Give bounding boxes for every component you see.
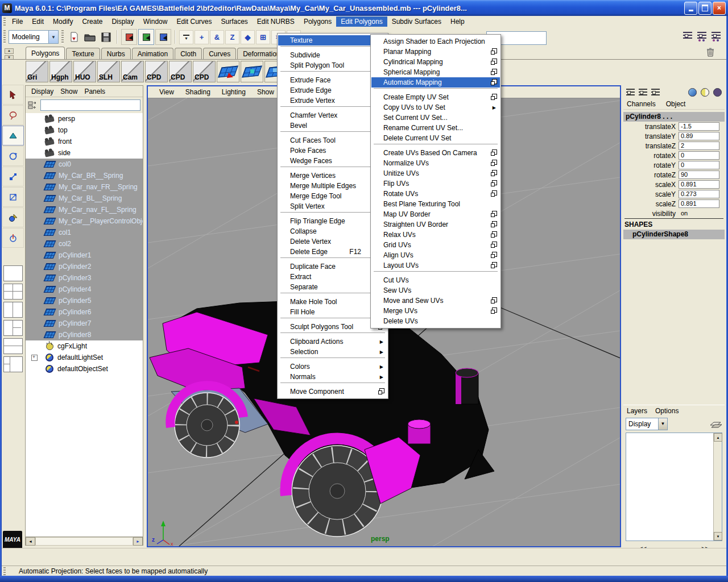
menubar-item[interactable]: Modify bbox=[48, 16, 77, 27]
shelf-script-button[interactable]: CPD bbox=[145, 61, 168, 82]
submenu-item[interactable]: Straighten UV Border bbox=[371, 219, 500, 230]
outliner-tree[interactable]: persp top front side bbox=[26, 113, 143, 537]
layout-two-pane-stacked-button[interactable] bbox=[3, 338, 23, 354]
shape-node-header[interactable]: pCylinderShape8 bbox=[623, 230, 725, 239]
menu-item-suffix-icon[interactable] bbox=[377, 363, 384, 371]
move-tool-button[interactable] bbox=[2, 126, 24, 146]
scroll-down-icon[interactable]: ▼ bbox=[714, 532, 722, 541]
layer-mode-selector[interactable]: Display ▼ bbox=[626, 418, 668, 430]
layer-list[interactable]: ▲ ▼ bbox=[626, 433, 722, 541]
submenu-item[interactable] bbox=[374, 144, 498, 147]
option-box-icon[interactable] bbox=[490, 231, 497, 239]
channel-attribute-value[interactable]: 0 bbox=[679, 161, 719, 169]
menubar-item[interactable]: Help bbox=[446, 16, 469, 27]
option-box-icon[interactable] bbox=[490, 211, 497, 218]
expander-icon[interactable] bbox=[31, 150, 36, 155]
option-box-icon[interactable] bbox=[490, 190, 497, 198]
chevron-down-icon[interactable]: ▼ bbox=[48, 31, 58, 43]
select-by-component-button[interactable] bbox=[155, 29, 171, 45]
outliner-item[interactable]: pCylinder3 bbox=[26, 272, 143, 284]
menu-item-suffix-icon[interactable] bbox=[377, 348, 384, 356]
option-box-icon[interactable] bbox=[490, 262, 497, 269]
outliner-item[interactable]: My_Car_nav_FR__Spring bbox=[26, 181, 143, 193]
expander-icon[interactable] bbox=[31, 286, 36, 292]
option-box-icon[interactable] bbox=[490, 124, 497, 132]
expander-icon[interactable] bbox=[31, 116, 36, 121]
channel-box-menu-item[interactable]: Object bbox=[666, 100, 686, 108]
channel-attribute-value[interactable]: 0.891 bbox=[679, 199, 719, 208]
submenu-item[interactable]: Rotate UVs bbox=[371, 189, 500, 199]
expander-icon[interactable] bbox=[31, 321, 36, 326]
option-box-icon[interactable] bbox=[490, 114, 497, 122]
outliner-filter-icon[interactable] bbox=[28, 101, 38, 109]
menubar-item[interactable]: Edit bbox=[27, 16, 48, 27]
maximize-button[interactable] bbox=[698, 2, 712, 15]
menubar-item[interactable]: Edit Polygons bbox=[336, 16, 387, 27]
viewport-menu-item[interactable]: View bbox=[154, 88, 180, 96]
submenu-item[interactable]: Automatic Mapping bbox=[371, 77, 500, 88]
layers-menu-item[interactable]: Options bbox=[655, 407, 679, 415]
attribute-editor-toggle-icon[interactable] bbox=[683, 32, 692, 39]
outliner-item[interactable]: My_Car_nav_FL__Spring bbox=[26, 204, 143, 215]
channel-layout-icon-3[interactable] bbox=[651, 89, 660, 95]
menu-item[interactable] bbox=[280, 332, 385, 336]
option-box-icon[interactable] bbox=[490, 94, 497, 101]
submenu-item[interactable]: Unitize UVs bbox=[371, 168, 500, 178]
menubar-item[interactable]: Window bbox=[139, 16, 172, 27]
expander-icon[interactable] bbox=[31, 252, 36, 257]
submenu-item[interactable]: Sew UVs bbox=[371, 285, 500, 296]
submenu-item[interactable] bbox=[374, 271, 498, 275]
title-bar[interactable]: M Maya 6.0.1: C:\Program Files\EA GAMES\… bbox=[0, 0, 728, 16]
menu-item-suffix-icon[interactable] bbox=[377, 338, 384, 346]
shelf-script-button[interactable]: SLH bbox=[97, 61, 120, 82]
option-box-icon[interactable] bbox=[490, 242, 497, 249]
menu-item[interactable] bbox=[280, 106, 385, 110]
outliner-item[interactable]: My_Car_BR__Spring bbox=[26, 170, 143, 181]
soft-mod-tool-button[interactable] bbox=[2, 207, 24, 227]
submenu-item[interactable] bbox=[374, 88, 498, 92]
expander-icon[interactable] bbox=[31, 355, 38, 361]
menu-item[interactable]: Selection bbox=[278, 347, 387, 357]
shelf-script-button[interactable]: HUO bbox=[73, 61, 96, 82]
menu-item[interactable] bbox=[280, 167, 385, 170]
outliner-item[interactable]: col2 bbox=[26, 238, 143, 250]
new-layer-icon[interactable] bbox=[709, 419, 722, 429]
menubar-item[interactable]: File bbox=[7, 16, 27, 27]
menu-item[interactable] bbox=[280, 293, 385, 296]
menubar-item[interactable]: Edit Curves bbox=[172, 16, 216, 27]
submenu-item[interactable]: Assign Shader to Each Projection bbox=[371, 36, 500, 47]
outliner-item[interactable]: pCylinder6 bbox=[26, 306, 143, 318]
expander-icon[interactable] bbox=[31, 366, 36, 371]
outliner-item[interactable]: pCylinder5 bbox=[26, 295, 143, 306]
submenu-item[interactable]: Map UV Border bbox=[371, 209, 500, 219]
option-box-icon[interactable] bbox=[490, 38, 497, 45]
expander-icon[interactable] bbox=[31, 275, 36, 280]
menu-set-selector[interactable]: Modeling ▼ bbox=[9, 30, 59, 44]
submenu-item[interactable]: Cylindrical Mapping bbox=[371, 57, 500, 67]
shelf-tab[interactable]: Cloth bbox=[175, 48, 202, 59]
outliner-item[interactable]: pCylinder8 bbox=[26, 329, 143, 340]
submenu-item[interactable]: Cut UVs bbox=[371, 275, 500, 285]
option-box-icon[interactable] bbox=[490, 160, 497, 167]
outliner-item[interactable]: pCylinder1 bbox=[26, 250, 143, 261]
expander-icon[interactable] bbox=[31, 241, 36, 246]
submenu-item[interactable]: Spherical Mapping bbox=[371, 67, 500, 77]
tool-settings-toggle-icon[interactable] bbox=[697, 32, 706, 39]
channel-box-menu-item[interactable]: Channels bbox=[627, 100, 656, 108]
option-box-icon[interactable] bbox=[490, 221, 497, 228]
option-box-icon[interactable] bbox=[490, 307, 497, 315]
snap-mode-popup-button[interactable]: ▼ bbox=[179, 30, 193, 44]
shelf-script-button[interactable]: CPD bbox=[193, 61, 216, 82]
scroll-right-icon[interactable]: ► bbox=[133, 537, 143, 546]
expander-icon[interactable] bbox=[31, 309, 36, 314]
open-scene-button[interactable] bbox=[82, 30, 97, 44]
menu-item[interactable]: Move Component bbox=[278, 386, 387, 397]
channel-attribute-value[interactable]: 0.273 bbox=[679, 190, 719, 198]
show-manipulator-button[interactable] bbox=[2, 228, 24, 248]
submenu-item[interactable]: Delete UVs bbox=[371, 316, 500, 326]
shelf-bevel-button[interactable] bbox=[241, 61, 263, 82]
menu-item[interactable]: Colors bbox=[278, 361, 387, 372]
snap-toggle-button[interactable]: ◆ bbox=[241, 30, 255, 44]
layout-four-pane-button[interactable] bbox=[3, 284, 23, 300]
option-box-icon[interactable] bbox=[490, 277, 497, 284]
